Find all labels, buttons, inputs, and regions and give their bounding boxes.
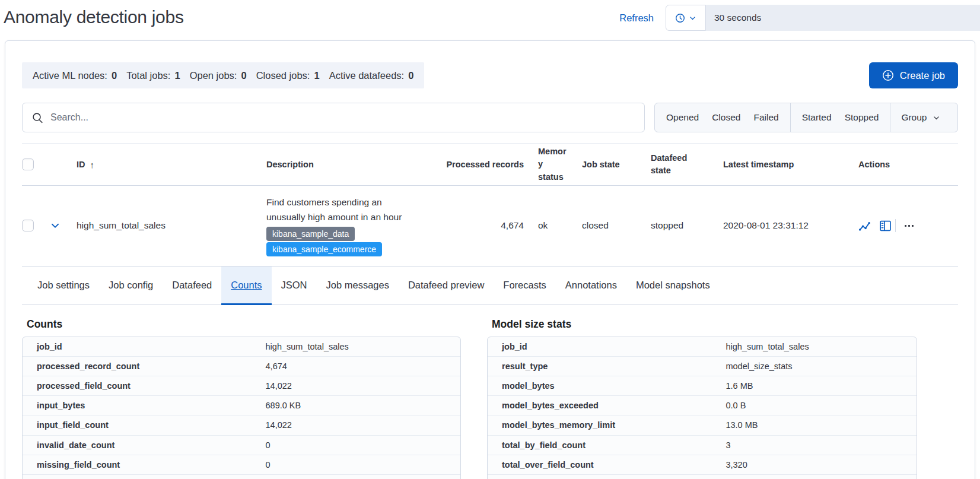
filter-group-dropdown-button[interactable]: Group	[894, 112, 947, 123]
tab-job-messages[interactable]: Job messages	[317, 267, 399, 304]
filter-group: Opened Closed Failed Started Stopped Gro…	[654, 103, 958, 132]
latest-timestamp-cell: 2020-08-01 23:31:12	[714, 220, 849, 231]
job-state-cell: closed	[577, 220, 644, 231]
tab-model-snapshots[interactable]: Model snapshots	[626, 267, 720, 304]
stat-closed-jobs: Closed jobs:1	[256, 70, 320, 81]
row-expander-button[interactable]	[50, 220, 61, 231]
job-id-cell: high_sum_total_sales	[67, 220, 257, 231]
row-checkbox[interactable]	[22, 220, 34, 231]
refresh-controls: Refresh 30 seconds	[619, 5, 980, 31]
tab-job-config[interactable]: Job config	[99, 267, 163, 304]
page-title: Anomaly detection jobs	[4, 5, 619, 27]
select-all-checkbox[interactable]	[22, 158, 34, 170]
kv-row: model_bytes_exceeded0.0 B	[488, 396, 917, 415]
tab-job-settings[interactable]: Job settings	[28, 267, 99, 304]
anomaly-explorer-icon[interactable]	[879, 220, 892, 232]
search-input[interactable]	[50, 112, 635, 123]
jobs-panel: Active ML nodes:0 Total jobs:1 Open jobs…	[5, 40, 975, 479]
column-header-actions: Actions	[849, 160, 958, 169]
column-header-processed-records: Processed records	[423, 160, 524, 169]
column-header-description: Description	[257, 160, 423, 169]
kv-row: model_bytes1.6 MB	[488, 376, 917, 396]
actions-cell	[849, 219, 958, 232]
top-bar: Anomaly detection jobs Refresh 30 second…	[0, 0, 980, 36]
stat-active-datafeeds: Active datafeeds:0	[329, 70, 414, 81]
processed-records-cell: 4,674	[423, 220, 524, 231]
stat-active-ml-nodes: Active ML nodes:0	[33, 70, 117, 81]
column-header-job-state: Job state	[577, 160, 644, 169]
single-metric-viewer-icon[interactable]	[858, 220, 871, 232]
jobs-table: ID ↑ Description Processed records Memor…	[22, 143, 958, 267]
job-description-text: Find customers spending an unusually hig…	[266, 195, 418, 225]
filter-started-button[interactable]: Started	[796, 112, 838, 123]
chevron-down-icon	[933, 114, 940, 122]
column-header-id[interactable]: ID ↑	[67, 160, 257, 170]
table-header-row: ID ↑ Description Processed records Memor…	[22, 143, 958, 186]
kv-row: input_field_count14,022	[23, 415, 460, 435]
chevron-down-icon	[50, 220, 61, 231]
tab-annotations[interactable]: Annotations	[556, 267, 626, 304]
job-description-cell: Find customers spending an unusually hig…	[257, 195, 423, 256]
kv-row: missing_field_count0	[23, 455, 460, 475]
kv-row: processed_record_count4,674	[23, 357, 460, 376]
counts-panel: job_idhigh_sum_total_sales processed_rec…	[22, 337, 461, 479]
actions-divider	[895, 219, 896, 232]
column-header-datafeed-state: Datafeed state	[644, 152, 714, 177]
model-size-stats-panel: job_idhigh_sum_total_sales result_typemo…	[487, 337, 917, 479]
job-stats-bar: Active ML nodes:0 Total jobs:1 Open jobs…	[22, 62, 424, 88]
refresh-button[interactable]: Refresh	[619, 12, 654, 24]
kv-row: total_over_field_count3,320	[488, 455, 917, 475]
stat-total-jobs: Total jobs:1	[126, 70, 180, 81]
datafeed-state-cell: stopped	[644, 220, 714, 231]
kv-row: job_idhigh_sum_total_sales	[23, 337, 460, 357]
counts-section: Counts job_idhigh_sum_total_sales proces…	[22, 313, 461, 479]
kv-row: processed_field_count14,022	[23, 376, 460, 396]
counts-title: Counts	[27, 318, 461, 331]
filter-stopped-button[interactable]: Stopped	[838, 112, 886, 123]
tab-json[interactable]: JSON	[272, 267, 317, 304]
stat-open-jobs: Open jobs:0	[190, 70, 247, 81]
column-header-latest-timestamp: Latest timestamp	[714, 160, 849, 169]
refresh-interval-control: 30 seconds	[666, 5, 980, 31]
sort-ascending-arrow-icon: ↑	[90, 160, 95, 170]
index-badge: kibana_sample_data	[266, 227, 355, 241]
kv-row: result_typemodel_size_stats	[488, 357, 917, 376]
clock-icon	[675, 13, 685, 23]
kv-row: model_bytes_memory_limit13.0 MB	[488, 415, 917, 435]
tab-datafeed-preview[interactable]: Datafeed preview	[399, 267, 494, 304]
refresh-interval-value[interactable]: 30 seconds	[706, 5, 980, 31]
search-icon	[32, 112, 43, 123]
filter-opened-button[interactable]: Opened	[660, 112, 705, 123]
kv-row: job_idhigh_sum_total_sales	[488, 337, 917, 357]
memory-status-cell: ok	[524, 220, 577, 231]
create-job-button[interactable]: Create job	[869, 62, 958, 88]
model-size-stats-title: Model size stats	[492, 318, 917, 331]
tab-counts[interactable]: Counts	[221, 267, 271, 304]
column-header-memory-status: Memory status	[524, 145, 577, 183]
kv-row: total_by_field_count3	[488, 436, 917, 455]
model-size-stats-section: Model size stats job_idhigh_sum_total_sa…	[487, 313, 917, 479]
kv-row: invalid_date_count0	[23, 436, 460, 455]
tab-datafeed[interactable]: Datafeed	[163, 267, 221, 304]
tab-forecasts[interactable]: Forecasts	[494, 267, 555, 304]
index-badge: kibana_sample_ecommerce	[266, 242, 382, 256]
search-box	[22, 103, 645, 132]
chevron-down-icon	[689, 14, 696, 22]
job-detail-tabs: Job settings Job config Datafeed Counts …	[22, 267, 958, 305]
kv-row: input_bytes689.0 KB	[23, 396, 460, 415]
boxes-horizontal-icon[interactable]	[903, 220, 915, 232]
filter-closed-button[interactable]: Closed	[705, 112, 747, 123]
plus-in-circle-icon	[882, 69, 894, 81]
table-row: high_sum_total_sales Find customers spen…	[22, 186, 958, 267]
filter-failed-button[interactable]: Failed	[747, 112, 785, 123]
refresh-interval-toggle-button[interactable]	[666, 5, 706, 31]
